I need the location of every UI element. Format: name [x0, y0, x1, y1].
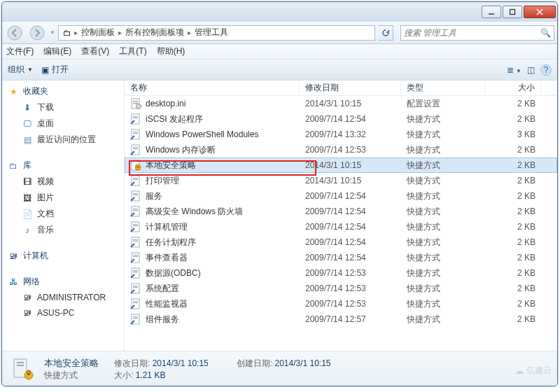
svg-rect-54 — [17, 365, 24, 366]
svg-rect-39 — [133, 256, 138, 257]
sidebar-favorites[interactable]: ★收藏夹 — [2, 83, 124, 99]
file-row[interactable]: 系统配置2009/7/14 12:53快捷方式2 KB — [125, 281, 557, 296]
menu-tools[interactable]: 工具(T) — [119, 46, 146, 57]
file-name: 计算机管理 — [146, 221, 188, 233]
file-size: 2 KB — [485, 191, 541, 201]
svg-rect-12 — [133, 118, 138, 118]
sidebar-item-pictures[interactable]: 🖼图片 — [2, 190, 124, 206]
breadcrumb-sep-icon[interactable]: ▸ — [74, 29, 78, 36]
file-row[interactable]: 服务2009/7/14 12:54快捷方式2 KB — [125, 188, 557, 204]
file-size: 2 KB — [485, 268, 541, 278]
file-icon — [130, 160, 141, 171]
search-box[interactable]: 🔍 — [400, 25, 554, 41]
minimize-button[interactable] — [482, 6, 501, 18]
sidebar-item-network-pc[interactable]: 🖳ADMINISTRATOR — [2, 290, 124, 305]
menu-edit[interactable]: 编辑(E) — [43, 46, 71, 57]
sidebar-libraries[interactable]: 🗀库 — [2, 158, 124, 174]
forward-button[interactable] — [27, 24, 47, 42]
file-icon — [130, 221, 141, 232]
window-titlebar[interactable] — [2, 2, 557, 22]
organize-button[interactable]: 组织 ▼ — [8, 64, 33, 76]
file-row[interactable]: Windows 内存诊断2009/7/14 12:53快捷方式2 KB — [125, 142, 557, 158]
svg-rect-1 — [510, 10, 515, 15]
view-mode-button[interactable]: ≣ ▼ — [507, 65, 522, 75]
network-icon: 🖧 — [8, 276, 19, 288]
svg-rect-47 — [133, 301, 138, 302]
file-name: 组件服务 — [146, 314, 179, 326]
file-row[interactable]: 任务计划程序2009/7/14 12:54快捷方式2 KB — [125, 234, 557, 250]
close-button[interactable] — [524, 6, 556, 18]
maximize-button[interactable] — [503, 6, 522, 18]
file-size: 2 KB — [485, 284, 541, 293]
download-icon: ⬇ — [22, 102, 33, 113]
open-icon: ▣ — [41, 65, 49, 75]
svg-rect-32 — [133, 224, 138, 225]
sidebar-computer[interactable]: 🖳计算机 — [2, 248, 124, 264]
preview-pane-button[interactable]: ◫ — [527, 65, 535, 75]
sidebar-item-network-pc[interactable]: 🖳ASUS-PC — [2, 305, 124, 321]
file-type: 配置设置 — [401, 98, 485, 110]
help-button[interactable]: ? — [540, 64, 552, 76]
menu-file[interactable]: 文件(F) — [6, 46, 34, 57]
menu-help[interactable]: 帮助(H) — [157, 46, 186, 57]
file-row[interactable]: iSCSI 发起程序2009/7/14 12:54快捷方式2 KB — [125, 111, 557, 127]
file-row[interactable]: Windows PowerShell Modules2009/7/14 13:3… — [125, 127, 557, 142]
file-row[interactable]: 数据源(ODBC)2009/7/14 12:53快捷方式2 KB — [125, 265, 557, 281]
back-button[interactable] — [5, 24, 24, 42]
svg-rect-56 — [27, 373, 30, 375]
sidebar-item-downloads[interactable]: ⬇下载 — [2, 99, 124, 115]
file-icon — [130, 267, 141, 279]
file-row[interactable]: 性能监视器2009/7/14 12:53快捷方式2 KB — [125, 296, 557, 312]
column-date[interactable]: 修改日期 — [300, 80, 401, 95]
file-row[interactable]: 本地安全策略2014/3/1 10:15快捷方式2 KB — [125, 158, 557, 173]
library-icon: 🗀 — [8, 160, 19, 172]
file-row[interactable]: 组件服务2009/7/14 12:57快捷方式2 KB — [125, 312, 557, 327]
menu-view[interactable]: 查看(V) — [81, 46, 109, 57]
file-type: 快捷方式 — [401, 175, 485, 187]
svg-rect-33 — [133, 225, 138, 226]
file-type: 快捷方式 — [401, 298, 485, 310]
breadcrumb-item[interactable]: 控制面板 — [79, 27, 117, 38]
sidebar-item-documents[interactable]: 📄文档 — [2, 206, 124, 222]
file-type: 快捷方式 — [401, 221, 485, 233]
column-name[interactable]: 名称 — [125, 80, 300, 95]
sidebar-item-desktop[interactable]: 🖵桌面 — [2, 115, 124, 132]
file-name: 事件查看器 — [146, 252, 188, 264]
open-button[interactable]: ▣打开 — [41, 64, 69, 76]
folder-icon: 🗀 — [62, 27, 73, 38]
file-row[interactable]: desktop.ini2014/3/1 10:15配置设置2 KB — [125, 96, 557, 111]
file-icon — [130, 298, 141, 309]
file-type: 快捷方式 — [401, 252, 485, 264]
sidebar-item-videos[interactable]: 🎞视频 — [2, 174, 124, 190]
breadcrumb-item[interactable]: 管理工具 — [192, 27, 230, 38]
sidebar-item-music[interactable]: ♪音乐 — [2, 222, 124, 238]
search-icon[interactable]: 🔍 — [540, 28, 551, 38]
sidebar-network[interactable]: 🖧网络 — [2, 274, 124, 290]
file-row[interactable]: 打印管理2014/3/1 10:15快捷方式2 KB — [125, 173, 557, 188]
breadcrumb-sep-icon[interactable]: ▸ — [118, 29, 122, 36]
file-row[interactable]: 高级安全 Windows 防火墙2009/7/14 12:54快捷方式2 KB — [125, 204, 557, 219]
file-name: 任务计划程序 — [146, 237, 196, 248]
svg-rect-45 — [133, 287, 138, 288]
breadcrumb-sep-icon[interactable]: ▸ — [188, 29, 191, 36]
column-size[interactable]: 大小 — [485, 80, 541, 95]
column-type[interactable]: 类型 — [401, 80, 485, 95]
search-input[interactable] — [404, 28, 540, 38]
recent-icon: ▤ — [22, 134, 33, 146]
file-type: 快捷方式 — [401, 160, 485, 172]
file-row[interactable]: 计算机管理2009/7/14 12:54快捷方式2 KB — [125, 219, 557, 234]
address-bar[interactable]: 🗀 ▸ 控制面板 ▸ 所有控制面板项 ▸ 管理工具 — [58, 25, 375, 41]
details-title: 本地安全策略 — [44, 357, 107, 370]
file-date: 2009/7/14 12:57 — [300, 314, 401, 324]
file-icon — [130, 252, 141, 263]
history-dropdown-icon[interactable]: ▼ — [50, 29, 55, 36]
breadcrumb-item[interactable]: 所有控制面板项 — [123, 27, 186, 38]
file-size: 2 KB — [485, 253, 541, 262]
sidebar-item-recent[interactable]: ▤最近访问的位置 — [2, 132, 124, 148]
svg-rect-7 — [133, 101, 138, 102]
file-row[interactable]: 事件查看器2009/7/14 12:54快捷方式2 KB — [125, 250, 557, 265]
refresh-button[interactable] — [378, 25, 393, 41]
file-size: 2 KB — [485, 99, 541, 108]
svg-rect-27 — [133, 195, 138, 195]
svg-rect-44 — [133, 286, 138, 286]
